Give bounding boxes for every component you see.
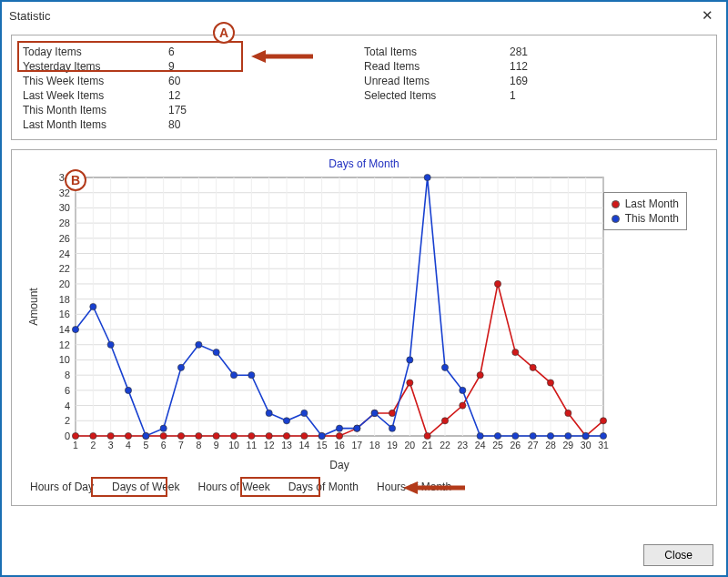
svg-point-160 (530, 432, 536, 439)
svg-text:Amount: Amount (27, 288, 40, 326)
stat-row: Selected Items1 (364, 88, 705, 103)
svg-point-121 (389, 410, 395, 416)
stats-panel: Today Items6 Yesterday Items9 This Week … (11, 35, 717, 140)
content: Today Items6 Yesterday Items9 This Week … (2, 29, 726, 515)
stat-row: This Week Items60 (23, 74, 364, 88)
svg-text:25: 25 (492, 440, 503, 450)
button-row: Close (643, 544, 713, 566)
svg-point-146 (283, 418, 289, 424)
svg-point-163 (582, 432, 589, 439)
stat-row: Yesterday Items9 (23, 59, 364, 74)
svg-text:24: 24 (475, 440, 486, 450)
svg-text:14: 14 (298, 440, 309, 450)
chart-svg: 0246810121416182022242628303234123456789… (21, 172, 694, 472)
svg-text:11: 11 (246, 440, 257, 450)
svg-point-104 (90, 432, 96, 439)
svg-point-152 (389, 425, 395, 431)
svg-text:30: 30 (59, 202, 70, 213)
svg-text:22: 22 (440, 440, 450, 450)
svg-text:19: 19 (387, 440, 398, 450)
legend-dot-last-icon (612, 200, 620, 208)
svg-text:10: 10 (59, 354, 70, 365)
svg-text:12: 12 (59, 339, 70, 350)
stat-row: Today Items6 (23, 45, 364, 59)
chart-panel: Days of Month 02468101214161820222426283… (11, 149, 717, 506)
svg-point-138 (143, 432, 149, 439)
svg-point-142 (213, 349, 219, 356)
legend-row-last: Last Month (612, 197, 679, 211)
svg-text:34: 34 (59, 172, 70, 183)
svg-text:26: 26 (59, 233, 70, 244)
svg-text:15: 15 (317, 440, 328, 450)
svg-text:26: 26 (510, 440, 521, 450)
svg-point-149 (336, 425, 342, 431)
svg-point-111 (213, 432, 219, 439)
svg-point-164 (600, 432, 606, 439)
legend: Last Month This Month (603, 192, 687, 230)
svg-point-127 (494, 280, 500, 287)
svg-point-144 (248, 372, 255, 379)
svg-point-161 (547, 432, 553, 439)
svg-point-151 (371, 410, 378, 416)
chart-title: Days of Month (21, 157, 707, 170)
svg-point-112 (230, 432, 237, 439)
svg-point-136 (107, 341, 114, 348)
svg-point-126 (477, 372, 483, 379)
tab-hours-of-month[interactable]: Hours of Month (368, 478, 460, 496)
svg-point-158 (494, 432, 500, 439)
stat-row: Total Items281 (364, 45, 705, 59)
svg-text:30: 30 (581, 440, 592, 450)
svg-text:9: 9 (214, 440, 219, 450)
svg-text:5: 5 (143, 440, 148, 450)
close-icon[interactable]: ✕ (696, 5, 719, 25)
svg-point-130 (547, 380, 553, 386)
svg-text:16: 16 (59, 309, 70, 319)
svg-text:10: 10 (228, 440, 239, 450)
svg-text:2: 2 (65, 415, 70, 426)
svg-text:29: 29 (562, 440, 573, 450)
svg-text:6: 6 (161, 440, 167, 450)
svg-point-162 (565, 432, 571, 439)
svg-point-128 (512, 349, 519, 356)
svg-point-134 (72, 326, 78, 332)
svg-point-137 (125, 387, 131, 393)
svg-text:20: 20 (59, 278, 70, 289)
svg-point-135 (90, 303, 96, 309)
svg-text:4: 4 (65, 400, 70, 411)
legend-row-this: This Month (612, 211, 679, 226)
svg-text:3: 3 (108, 440, 114, 450)
svg-point-123 (424, 432, 430, 439)
svg-point-110 (196, 432, 202, 439)
svg-text:31: 31 (598, 440, 609, 450)
svg-point-143 (230, 372, 237, 379)
svg-text:1: 1 (73, 440, 78, 450)
svg-point-154 (424, 174, 430, 180)
tab-hours-of-day[interactable]: Hours of Day (21, 478, 103, 496)
titlebar: Statistic ✕ (2, 2, 726, 29)
legend-dot-this-icon (612, 215, 620, 223)
svg-point-139 (160, 425, 167, 431)
svg-text:24: 24 (59, 248, 70, 259)
svg-point-155 (441, 364, 448, 370)
svg-text:18: 18 (59, 294, 70, 305)
stat-row: Last Week Items12 (23, 88, 364, 103)
svg-point-125 (460, 402, 466, 409)
tab-days-of-month[interactable]: Days of Month (279, 478, 368, 496)
svg-point-129 (530, 364, 536, 370)
svg-text:27: 27 (528, 440, 539, 450)
close-button[interactable]: Close (643, 544, 713, 566)
tab-hours-of-week[interactable]: Hours of Week (189, 478, 279, 496)
svg-point-148 (318, 432, 325, 439)
svg-text:28: 28 (59, 218, 70, 228)
svg-point-145 (266, 410, 272, 416)
svg-point-116 (301, 432, 308, 439)
chart-area: 0246810121416182022242628303234123456789… (21, 172, 694, 472)
svg-point-105 (107, 432, 114, 439)
tab-days-of-week[interactable]: Days of Week (103, 478, 188, 496)
svg-text:20: 20 (404, 440, 415, 450)
svg-point-103 (72, 432, 78, 439)
svg-point-113 (248, 432, 255, 439)
svg-text:14: 14 (59, 324, 70, 335)
svg-point-147 (301, 410, 308, 416)
stat-row: Read Items112 (364, 59, 705, 74)
